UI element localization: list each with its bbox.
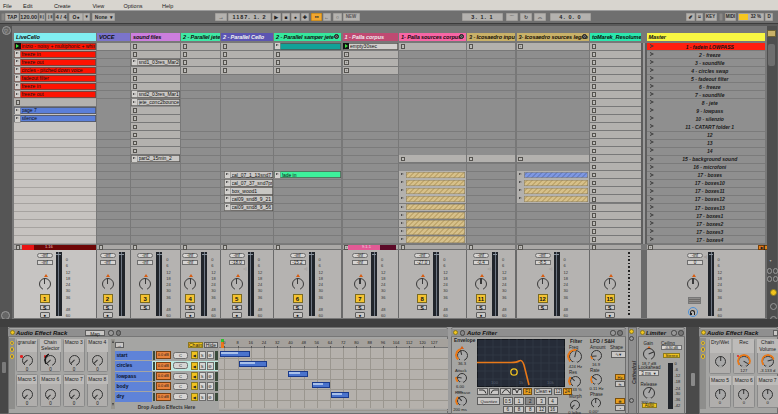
svg-text:100: 100 [491,380,499,385]
svg-text:10k: 10k [547,380,555,385]
svg-text:1k: 1k [519,380,524,385]
